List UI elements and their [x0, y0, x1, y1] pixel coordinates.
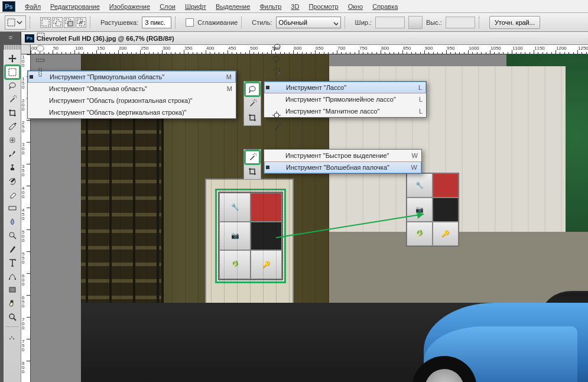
- menu-file[interactable]: Файл: [20, 2, 46, 11]
- document-title: Chevrolet Full HD (36).jpg @ 66,7% (RGB/…: [37, 35, 174, 42]
- flyout-shortcut: M: [223, 73, 232, 80]
- flyout-item-label: Инструмент "Прямолинейное лассо": [285, 96, 411, 103]
- dodge-tool[interactable]: [5, 229, 20, 242]
- document-tab[interactable]: Ps Chevrolet Full HD (36).jpg @ 66,7% (R…: [21, 32, 588, 45]
- flyout-item-label: Инструмент "Волшебная палочка": [286, 164, 405, 171]
- path-tool[interactable]: [5, 270, 20, 283]
- style-value: Обычный: [279, 19, 308, 26]
- panel-collapse-icon[interactable]: [0, 32, 21, 45]
- flyout-item-label: Инструмент "Овальная область": [49, 85, 220, 92]
- wand-tool-hl[interactable]: [245, 151, 259, 164]
- current-tool-preview[interactable]: [5, 15, 26, 30]
- flyout-shortcut: W: [409, 164, 417, 171]
- brush-tool[interactable]: [5, 147, 20, 160]
- wand-mini-toolbox: [243, 149, 261, 180]
- move-tool[interactable]: [5, 52, 20, 65]
- flyout-item-row-marquee[interactable]: Инструмент "Область (горизонтальная стро…: [28, 95, 236, 106]
- flyout-item-ellipse-marquee[interactable]: Инструмент "Овальная область" M: [28, 83, 236, 95]
- flyout-item-rect-marquee[interactable]: Инструмент "Прямоугольная область" M: [28, 71, 236, 83]
- history-brush-tool[interactable]: [5, 174, 20, 187]
- heal-tool[interactable]: [5, 134, 20, 147]
- ruler-horizontal[interactable]: 0050100150200250300350400450500550600650…: [31, 45, 588, 54]
- gradient-tool[interactable]: [5, 202, 20, 215]
- svg-line-26: [276, 214, 424, 238]
- blur-tool[interactable]: [5, 215, 20, 228]
- style-label: Стиль:: [252, 19, 272, 26]
- antialias-label: Сглаживание: [197, 19, 238, 26]
- selection-add-icon[interactable]: [52, 17, 63, 28]
- lasso-flyout: Инструмент "Лассо" L Инструмент "Прямоли…: [264, 81, 427, 118]
- lasso-mini-toolbox: [243, 81, 261, 126]
- height-input: [446, 17, 475, 28]
- flyout-shortcut: W: [410, 152, 418, 159]
- crop-tool[interactable]: [5, 106, 20, 119]
- selection-mode-group: [40, 17, 86, 28]
- lasso-tool-hl[interactable]: [245, 83, 259, 96]
- menu-filter[interactable]: Фильтр: [255, 2, 286, 11]
- selection-new-icon[interactable]: [40, 17, 51, 28]
- menu-image[interactable]: Изображение: [105, 2, 155, 11]
- marquee-tool[interactable]: [5, 66, 20, 79]
- wand-flyout: Инструмент "Быстрое выделение" W Инструм…: [264, 149, 422, 174]
- menubar: Ps Файл Редактирование Изображение Слои …: [0, 0, 588, 13]
- document-icon: Ps: [25, 34, 34, 43]
- app-logo: Ps: [2, 1, 15, 12]
- menu-window[interactable]: Окно: [343, 2, 368, 11]
- width-input: [375, 17, 405, 28]
- wand-tool[interactable]: [5, 93, 20, 106]
- flyout-item-label: Инструмент "Магнитное лассо": [285, 108, 411, 115]
- stamp-tool[interactable]: [5, 161, 20, 174]
- feather-label: Растушевка:: [100, 19, 138, 26]
- menu-3d[interactable]: 3D: [286, 2, 304, 11]
- flyout-item-label: Инструмент "Область (горизонтальная стро…: [49, 97, 220, 104]
- flyout-shortcut: M: [224, 85, 232, 92]
- antialias-checkbox[interactable]: [186, 18, 194, 27]
- flyout-item-col-marquee[interactable]: Инструмент "Область (вертикальная строка…: [28, 106, 236, 118]
- menu-type[interactable]: Шрифт: [180, 2, 211, 11]
- flyout-item-label: Инструмент "Лассо": [286, 84, 410, 91]
- crop-tool-mini2[interactable]: [245, 165, 259, 178]
- lasso-tool[interactable]: [5, 79, 20, 92]
- refine-edge-button[interactable]: Уточн. край...: [489, 16, 540, 29]
- flyout-item-quick-select[interactable]: Инструмент "Быстрое выделение" W: [264, 150, 421, 161]
- width-label: Шир.:: [355, 19, 372, 26]
- flyout-shortcut: L: [414, 96, 423, 103]
- menu-select[interactable]: Выделение: [211, 2, 255, 11]
- flyout-item-polylasso[interactable]: Инструмент "Прямолинейное лассо" L: [264, 93, 426, 105]
- flyout-shortcut: L: [414, 84, 422, 91]
- marquee-flyout: Инструмент "Прямоугольная область" M Инс…: [27, 70, 236, 119]
- menu-view[interactable]: Просмотр: [304, 2, 343, 11]
- wand-tool-mini[interactable]: [245, 97, 259, 110]
- selection-intersect-icon[interactable]: [76, 17, 86, 28]
- feather-input[interactable]: [142, 17, 171, 28]
- menu-layers[interactable]: Слои: [155, 2, 180, 11]
- flyout-item-label: Инструмент "Прямоугольная область": [50, 73, 220, 80]
- move-arrow: [276, 208, 441, 244]
- more-tools[interactable]: [5, 331, 20, 344]
- toolbox: [4, 45, 21, 382]
- flyout-item-label: Инструмент "Быстрое выделение": [285, 152, 406, 159]
- height-label: Выс.:: [426, 19, 442, 26]
- style-select[interactable]: Обычный: [276, 17, 341, 28]
- flyout-item-label: Инструмент "Область (вертикальная строка…: [49, 109, 220, 116]
- options-bar: Растушевка: Сглаживание Стиль: Обычный Ш…: [0, 13, 588, 32]
- menu-help[interactable]: Справка: [368, 2, 402, 11]
- flyout-item-magic-wand[interactable]: Инструмент "Волшебная палочка" W: [264, 161, 421, 173]
- svg-marker-27: [417, 212, 424, 219]
- eraser-tool[interactable]: [5, 188, 20, 201]
- flyout-item-lasso[interactable]: Инструмент "Лассо" L: [264, 82, 426, 93]
- pen-tool[interactable]: [5, 242, 20, 255]
- car: [388, 267, 588, 382]
- zoom-tool[interactable]: [5, 310, 20, 323]
- menu-edit[interactable]: Редактирование: [46, 2, 105, 11]
- hand-tool[interactable]: [5, 297, 20, 310]
- swap-dimensions-button[interactable]: [408, 16, 423, 29]
- shape-tool[interactable]: [5, 283, 20, 296]
- selection-subtract-icon[interactable]: [64, 17, 74, 28]
- ruler-origin[interactable]: [21, 45, 31, 54]
- crop-tool-mini[interactable]: [245, 111, 259, 124]
- eyedropper-tool[interactable]: [5, 120, 20, 133]
- flyout-item-maglasso[interactable]: Инструмент "Магнитное лассо" L: [264, 105, 426, 117]
- text-tool[interactable]: [5, 256, 20, 269]
- flyout-shortcut: L: [414, 108, 423, 115]
